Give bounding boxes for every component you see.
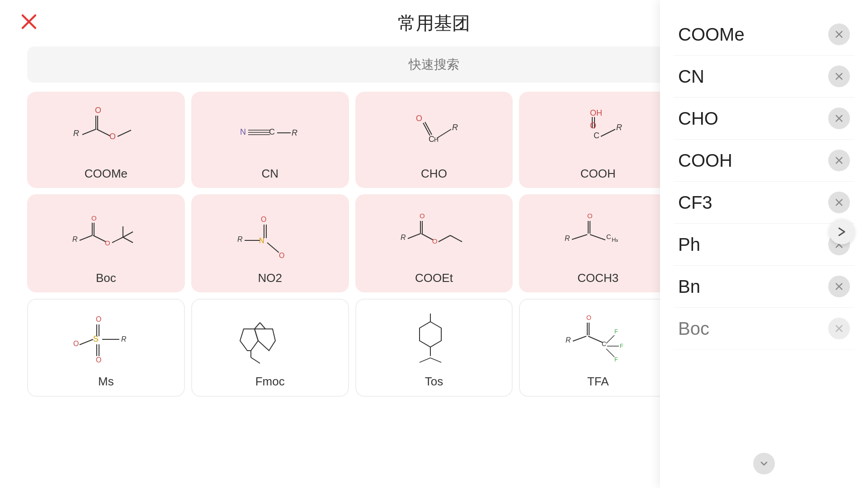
chem-structure-CHO: O C H R — [361, 100, 508, 163]
chem-structure-TFA: R O C F F F — [525, 308, 670, 371]
chem-label-TFA: TFA — [587, 375, 609, 389]
svg-text:O: O — [95, 106, 101, 115]
svg-text:F: F — [614, 328, 618, 335]
svg-text:R: R — [616, 123, 622, 132]
svg-text:C: C — [606, 233, 611, 240]
chem-label-COOEt: COOEt — [415, 271, 453, 285]
chem-label-Boc: Boc — [96, 271, 116, 285]
panel-item-Boc-partial: Boc — [674, 308, 854, 350]
chem-label-Tos: Tos — [425, 375, 443, 389]
svg-line-45 — [93, 235, 106, 242]
chem-label-COOH: COOH — [580, 167, 616, 181]
svg-text:O: O — [432, 237, 438, 245]
panel-item-CN: CN — [674, 56, 854, 98]
svg-text:F: F — [620, 343, 623, 349]
svg-text:OH: OH — [590, 108, 602, 117]
svg-line-7 — [97, 129, 110, 136]
grid-item-COCH3[interactable]: R O C H₃ COCH3 — [519, 194, 677, 292]
panel-item-Ph: Ph — [674, 224, 854, 266]
grid-item-NO2[interactable]: R N O O NO2 — [191, 194, 349, 292]
svg-line-60 — [408, 234, 420, 239]
panel-close-COOH[interactable] — [828, 150, 850, 171]
svg-line-64 — [421, 234, 433, 240]
next-page-button[interactable] — [829, 219, 854, 244]
panel-label-Boc-partial: Boc — [678, 319, 709, 339]
svg-line-92 — [255, 323, 260, 329]
grid-item-CHO[interactable]: O C H R CHO — [355, 92, 513, 188]
svg-text:R: R — [452, 123, 458, 132]
grid-item-TFA[interactable]: R O C F F F TFA — [519, 299, 677, 397]
svg-text:O: O — [420, 212, 425, 220]
svg-marker-91 — [255, 329, 275, 351]
svg-text:S: S — [93, 334, 99, 343]
close-button[interactable] — [18, 11, 40, 33]
svg-line-80 — [80, 339, 93, 345]
svg-text:R: R — [566, 336, 571, 344]
chem-label-COCH3: COCH3 — [577, 271, 618, 285]
panel-close-Bn[interactable] — [828, 276, 850, 297]
svg-line-57 — [267, 243, 279, 253]
svg-text:N: N — [240, 127, 246, 136]
panel-item-CF3: CF3 — [674, 182, 854, 224]
chem-structure-Tos — [362, 308, 507, 371]
chem-label-Ms: Ms — [98, 375, 114, 389]
panel-item-CHO: CHO — [674, 98, 854, 140]
grid-item-Boc[interactable]: R O O Boc — [27, 194, 185, 292]
svg-text:O: O — [261, 216, 266, 223]
panel-label-CN: CN — [678, 66, 704, 87]
grid-item-Tos[interactable]: Tos — [355, 299, 513, 397]
svg-line-22 — [437, 129, 451, 138]
panel-label-Bn: Bn — [678, 277, 700, 297]
panel-close-CHO[interactable] — [828, 108, 850, 129]
svg-text:R: R — [565, 235, 570, 242]
page-title: 常用基团 — [398, 11, 470, 36]
svg-text:C: C — [602, 340, 606, 347]
panel-label-COOMe: COOMe — [678, 24, 745, 45]
grid-item-Ms[interactable]: O S O O R Ms — [27, 299, 185, 397]
svg-line-47 — [112, 237, 123, 243]
svg-text:R: R — [73, 129, 79, 138]
grid-item-COOEt[interactable]: R O O COOEt — [355, 194, 513, 292]
chem-structure-COOH: OH O C R — [524, 100, 671, 163]
chem-structure-COOEt: R O O — [361, 202, 508, 266]
svg-text:O: O — [73, 340, 79, 347]
svg-text:N: N — [259, 237, 264, 244]
svg-line-102 — [573, 336, 586, 341]
panel-label-CHO: CHO — [678, 108, 718, 129]
panel-scroll-down-button[interactable] — [753, 453, 775, 474]
svg-text:R: R — [72, 235, 78, 243]
chem-label-CHO: CHO — [421, 167, 447, 181]
chem-structure-Fmoc — [198, 308, 343, 371]
svg-text:R: R — [401, 234, 406, 241]
panel-close-Boc-partial[interactable] — [828, 318, 850, 339]
panel-label-COOH: COOH — [678, 150, 732, 171]
panel-close-CN[interactable] — [828, 66, 850, 87]
chem-structure-NO2: R N O O — [197, 202, 344, 266]
svg-text:R: R — [121, 335, 127, 343]
right-panel: COOMe CN CHO COOH — [660, 0, 868, 488]
panel-close-CF3[interactable] — [828, 192, 850, 213]
grid-item-COOH[interactable]: OH O C R COOH — [519, 92, 677, 188]
svg-line-49 — [123, 237, 133, 243]
svg-text:O: O — [96, 315, 101, 323]
grid-item-CN[interactable]: N C R CN — [191, 92, 349, 188]
panel-label-Ph: Ph — [678, 235, 700, 255]
grid-item-COOMe[interactable]: R O O COOMe — [27, 92, 185, 188]
svg-line-3 — [82, 129, 96, 135]
chem-label-Fmoc: Fmoc — [255, 375, 285, 389]
chem-label-NO2: NO2 — [258, 271, 282, 285]
grid-item-Fmoc[interactable]: Fmoc — [191, 299, 349, 397]
svg-marker-96 — [420, 322, 441, 347]
svg-line-69 — [572, 235, 587, 239]
svg-text:O: O — [279, 252, 284, 259]
svg-line-95 — [251, 357, 260, 363]
chem-structure-CN: N C R — [197, 100, 344, 163]
panel-close-COOMe[interactable] — [828, 23, 850, 45]
svg-text:O: O — [587, 212, 593, 220]
svg-line-93 — [260, 323, 265, 329]
svg-line-112 — [606, 349, 614, 357]
panel-label-CF3: CF3 — [678, 192, 712, 213]
svg-text:F: F — [614, 356, 618, 363]
svg-text:C: C — [594, 131, 599, 140]
chem-structure-COOMe: R O O — [33, 100, 179, 163]
